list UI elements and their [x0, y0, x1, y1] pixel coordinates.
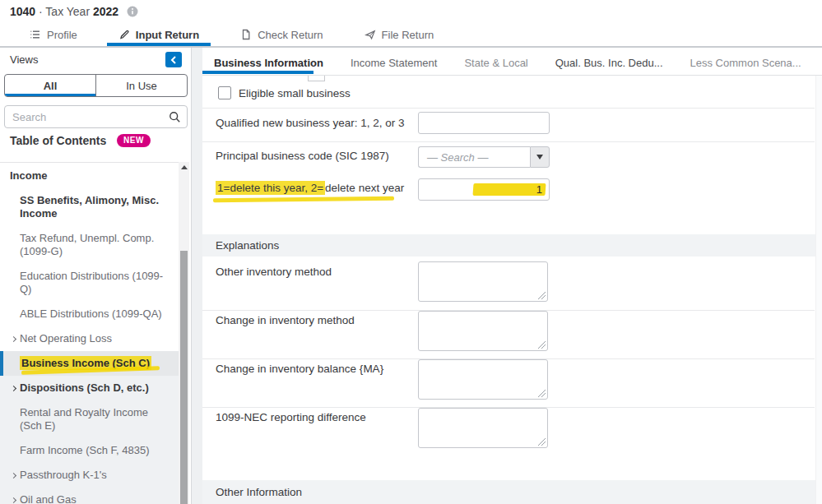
return-header: 1040 · Tax Year 2022 — [0, 0, 822, 23]
tax-year-value: 2022 — [93, 5, 118, 18]
sidebar-scrollbar-thumb[interactable] — [180, 251, 188, 504]
paper-plane-icon — [365, 29, 376, 40]
principal-code-dropdown: — Search — — [418, 146, 550, 168]
views-row: Views — [10, 53, 187, 70]
qualified-year-input[interactable] — [418, 112, 550, 134]
chevron-right-icon — [11, 473, 16, 479]
info-icon[interactable] — [127, 6, 138, 20]
explanations-section-header: Explanations — [202, 234, 822, 257]
chevron-right-icon — [11, 497, 16, 503]
profile-list-icon — [30, 29, 41, 40]
delete-year-label: 1=delete this year, 2=delete next year — [216, 182, 404, 194]
sidebar-item-passthrough-k1[interactable]: Passthrough K-1's — [0, 463, 179, 488]
sidebar-item-ss-benefits[interactable]: SS Benefits, Alimony, Misc. Income — [0, 188, 179, 226]
tax-app-window: 1040 · Tax Year 2022 Profile Input Retur… — [0, 0, 822, 504]
nec-reporting-difference-label: 1099-NEC reporting difference — [216, 411, 366, 423]
tab-check-return-label: Check Return — [258, 29, 323, 41]
scrolled-input-fragment — [308, 76, 325, 81]
other-information-section-header: Other Information — [202, 480, 822, 504]
sidebar-item-dispositions[interactable]: Dispositions (Sch D, etc.) — [0, 376, 179, 400]
tab-profile[interactable]: Profile — [18, 23, 89, 46]
tab-check-return[interactable]: Check Return — [229, 23, 334, 46]
chevron-right-icon — [11, 386, 16, 391]
sidebar-item-farm-income[interactable]: Farm Income (Sch F, 4835) — [0, 438, 179, 463]
delete-label-rest: delete next year — [325, 182, 404, 194]
resize-handle-icon[interactable] — [538, 292, 546, 299]
caret-down-icon — [536, 155, 543, 160]
tax-year-label: · Tax Year — [39, 5, 90, 18]
toc-title: Table of Contents — [10, 134, 106, 147]
sidebar-item-education-distributions[interactable]: Education Distributions (1099-Q) — [0, 264, 179, 302]
sidebar-item-oil-and-gas[interactable]: Oil and Gas — [0, 488, 179, 504]
pencil-icon — [118, 29, 130, 40]
sidebar-item-net-operating-loss[interactable]: Net Operating Loss — [0, 326, 179, 351]
sidebar-item-income[interactable]: Income — [0, 163, 179, 188]
sidebar-search — [4, 105, 188, 128]
sidebar-scrollbar[interactable] — [179, 162, 189, 504]
sidebar-item-rental-royalty[interactable]: Rental and Royalty Income (Sch E) — [0, 400, 179, 438]
sidebar-item-business-income[interactable]: Business Income (Sch C) — [0, 351, 179, 376]
resize-handle-icon[interactable] — [538, 438, 546, 446]
sidebar-item-tax-refund[interactable]: Tax Refund, Unempl. Comp. (1099-G) — [0, 226, 179, 264]
new-badge: NEW — [117, 134, 151, 147]
sidebar: Views All In Use Table of Contents NEW — [0, 48, 192, 504]
tab-file-return[interactable]: File Return — [353, 23, 446, 46]
active-tab-underline — [202, 71, 313, 74]
form-area: Eligible small business Qualified new bu… — [202, 76, 822, 504]
highlight-marker — [213, 197, 394, 202]
principal-code-search-field[interactable]: — Search — — [418, 146, 530, 168]
tab-business-information[interactable]: Business Information — [214, 57, 323, 69]
delete-year-value: 1 — [536, 183, 542, 196]
qualified-year-label: Qualified new business year: 1, 2, or 3 — [216, 117, 405, 129]
document-icon — [240, 29, 252, 40]
return-title: 1040 · Tax Year 2022 — [10, 4, 138, 18]
filter-all-tab[interactable]: All — [5, 75, 96, 96]
tab-file-return-label: File Return — [382, 29, 434, 41]
principal-code-label: Principal business code (SIC 1987) — [216, 150, 389, 162]
chevron-left-icon — [170, 55, 178, 65]
content-scrollbar[interactable] — [815, 76, 822, 504]
row-divider — [202, 141, 815, 142]
change-inventory-method-label: Change in inventory method — [216, 314, 355, 326]
explanations-title: Explanations — [216, 239, 279, 252]
tab-qual-bus-inc[interactable]: Qual. Bus. Inc. Dedu... — [555, 57, 663, 69]
resize-handle-icon[interactable] — [538, 341, 546, 349]
sidebar-item-able-distributions[interactable]: ABLE Distributions (1099-QA) — [0, 302, 179, 326]
tab-income-statement[interactable]: Income Statement — [351, 57, 438, 69]
search-input[interactable] — [5, 106, 187, 127]
chevron-right-icon — [11, 336, 16, 342]
row-divider — [202, 108, 815, 109]
view-filter-toggle: All In Use — [4, 74, 188, 97]
change-inventory-balance-textarea[interactable] — [418, 359, 548, 400]
collapse-sidebar-button[interactable] — [165, 52, 182, 67]
delete-label-highlighted: 1=delete this year, 2= — [216, 181, 325, 195]
tab-state-local[interactable]: State & Local — [464, 57, 527, 69]
tab-profile-label: Profile — [47, 29, 77, 41]
tab-input-return-label: Input Return — [136, 29, 199, 41]
other-inventory-method-textarea[interactable] — [418, 261, 548, 302]
tab-less-common[interactable]: Less Common Scena... — [690, 57, 801, 69]
resize-handle-icon[interactable] — [538, 390, 546, 397]
toc-header: Table of Contents NEW — [10, 134, 151, 149]
eligible-small-business-checkbox[interactable] — [218, 86, 231, 99]
form-number: 1040 — [10, 5, 35, 18]
content-panel: Business Information Income Statement St… — [202, 48, 822, 504]
eligible-small-business-label: Eligible small business — [239, 87, 351, 99]
dropdown-placeholder: — Search — — [427, 151, 488, 164]
scrollbar-up-icon[interactable] — [179, 162, 189, 173]
nec-reporting-difference-textarea[interactable] — [418, 408, 548, 448]
dropdown-button[interactable] — [530, 146, 550, 168]
other-inventory-method-label: Other inventory method — [216, 266, 332, 278]
app-tab-bar: Profile Input Return Check Return File R… — [0, 23, 822, 48]
change-inventory-method-textarea[interactable] — [418, 311, 548, 351]
change-inventory-balance-label: Change in inventory balance {MA} — [216, 363, 383, 375]
highlight-marker — [473, 183, 546, 196]
other-information-title: Other Information — [216, 486, 302, 498]
toc-list: Income SS Benefits, Alimony, Misc. Incom… — [0, 162, 179, 504]
tab-input-return[interactable]: Input Return — [107, 23, 211, 46]
views-label: Views — [10, 53, 38, 66]
delete-year-input[interactable]: 1 — [418, 178, 550, 201]
main-area: Views All In Use Table of Contents NEW — [0, 48, 822, 504]
search-icon[interactable] — [169, 111, 181, 127]
filter-in-use-tab[interactable]: In Use — [96, 75, 187, 96]
